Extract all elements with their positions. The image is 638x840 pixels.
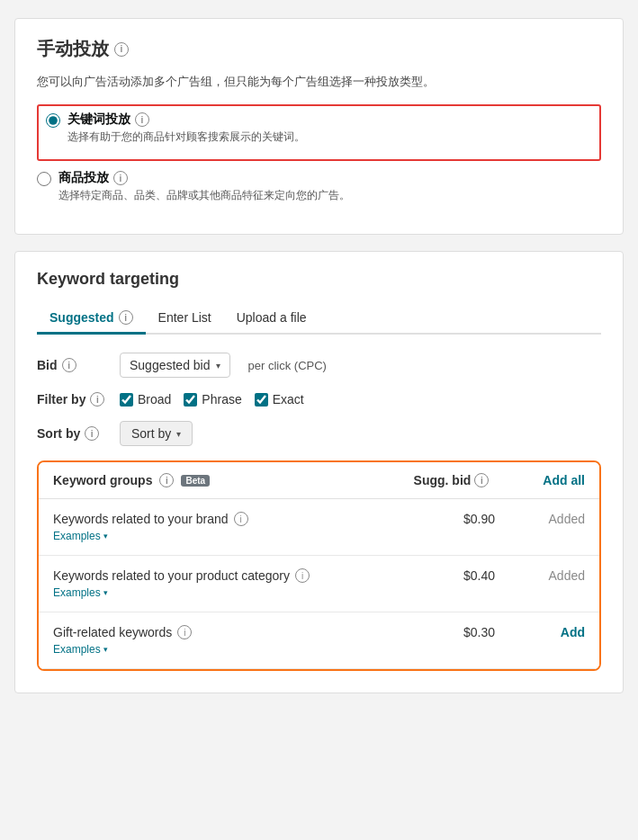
sort-info-icon[interactable]: i: [85, 426, 99, 441]
row2-info-icon[interactable]: i: [177, 625, 192, 639]
table-row: Gift-related keywords i $0.30 Add Exampl…: [39, 612, 599, 669]
kw-row-label-0: Keywords related to your brand i: [53, 512, 248, 526]
sugg-bid-label: Sugg. bid i: [414, 473, 490, 487]
filter-info-icon[interactable]: i: [90, 392, 104, 407]
kw-row-right-2: $0.30 Add: [450, 625, 585, 639]
phrase-checkbox-item[interactable]: Phrase: [184, 392, 241, 407]
kw-row-right-0: $0.90 Added: [450, 512, 585, 526]
kw-add-button-2[interactable]: Add: [540, 625, 585, 639]
card-title: 手动投放 i: [37, 37, 601, 61]
product-info-icon[interactable]: i: [113, 171, 128, 185]
groups-info-icon[interactable]: i: [159, 473, 174, 487]
keyword-targeting-label: 关键词投放 i: [67, 112, 305, 128]
table-row: Keywords related to your product categor…: [39, 556, 599, 612]
examples-arrow-1: ▾: [103, 588, 108, 597]
kw-card-title: Keyword targeting: [37, 270, 601, 289]
bid-row: Bid i Suggested bid ▾ per click (CPC): [37, 353, 601, 378]
kw-row-main-2: Gift-related keywords i $0.30 Add: [53, 625, 585, 639]
bid-info-icon[interactable]: i: [62, 358, 76, 372]
keyword-targeting-radio[interactable]: [46, 113, 60, 128]
keyword-tabs: Suggested i Enter List Upload a file: [37, 303, 601, 335]
keyword-targeting-card: Keyword targeting Suggested i Enter List…: [14, 251, 624, 693]
row1-info-icon[interactable]: i: [295, 568, 310, 583]
exact-checkbox[interactable]: [255, 393, 268, 407]
phrase-checkbox[interactable]: [184, 393, 197, 407]
keyword-groups-header: Keyword groups i Beta Sugg. bid i Add al…: [39, 462, 599, 499]
filter-by-label: Filter by i: [37, 392, 109, 407]
product-targeting-radio[interactable]: [37, 172, 51, 186]
bid-dropdown-arrow: ▾: [216, 361, 220, 371]
sugg-bid-info-icon[interactable]: i: [474, 473, 489, 487]
product-targeting-label: 商品投放 i: [58, 170, 350, 186]
table-row: Keywords related to your brand i $0.90 A…: [39, 499, 599, 556]
card-description: 您可以向广告活动添加多个广告组，但只能为每个广告组选择一种投放类型。: [37, 74, 601, 90]
add-all-button[interactable]: Add all: [543, 473, 585, 487]
keyword-groups-section: Keyword groups i Beta Sugg. bid i Add al…: [37, 460, 601, 671]
broad-checkbox[interactable]: [120, 393, 133, 407]
keyword-info-icon[interactable]: i: [135, 112, 149, 127]
kw-action-1: Added: [540, 568, 585, 583]
kw-row-main-1: Keywords related to your product categor…: [53, 568, 585, 583]
manual-targeting-card: 手动投放 i 您可以向广告活动添加多个广告组，但只能为每个广告组选择一种投放类型…: [14, 18, 624, 235]
kw-bid-0: $0.90: [450, 512, 495, 526]
tab-upload-file[interactable]: Upload a file: [224, 303, 319, 335]
title-info-icon[interactable]: i: [114, 42, 129, 57]
sort-dropdown[interactable]: Sort by ▾: [120, 421, 193, 446]
row0-info-icon[interactable]: i: [234, 512, 248, 526]
filter-by-row: Filter by i Broad Phrase Exact: [37, 392, 601, 407]
bid-label: Bid i: [37, 358, 109, 372]
exact-checkbox-item[interactable]: Exact: [255, 392, 304, 407]
kw-bid-2: $0.30: [450, 625, 495, 639]
keyword-targeting-option-highlighted: 关键词投放 i 选择有助于您的商品针对顾客搜索展示的关键词。: [37, 104, 601, 161]
examples-arrow-2: ▾: [103, 645, 108, 654]
examples-arrow-0: ▾: [103, 532, 108, 541]
product-targeting-radio-group: 商品投放 i 选择特定商品、品类、品牌或其他商品特征来定向您的广告。: [37, 170, 601, 203]
kw-row-label-1: Keywords related to your product categor…: [53, 568, 310, 583]
kw-row-right-1: $0.40 Added: [450, 568, 585, 583]
examples-toggle-0[interactable]: Examples ▾: [53, 530, 585, 542]
broad-checkbox-item[interactable]: Broad: [120, 392, 171, 407]
tab-enter-list[interactable]: Enter List: [146, 303, 224, 335]
card-title-text: 手动投放: [37, 37, 109, 61]
product-targeting-label-group: 商品投放 i 选择特定商品、品类、品牌或其他商品特征来定向您的广告。: [58, 170, 350, 203]
kw-action-0: Added: [540, 512, 585, 526]
sort-by-row: Sort by i Sort by ▾: [37, 421, 601, 446]
examples-toggle-1[interactable]: Examples ▾: [53, 586, 585, 599]
keyword-groups-header-left: Keyword groups i Beta: [53, 473, 210, 487]
beta-badge: Beta: [181, 475, 210, 487]
examples-toggle-2[interactable]: Examples ▾: [53, 643, 585, 656]
bid-dropdown[interactable]: Suggested bid ▾: [120, 353, 230, 378]
filter-checkbox-group: Broad Phrase Exact: [120, 392, 304, 407]
keyword-targeting-radio-group: 关键词投放 i 选择有助于您的商品针对顾客搜索展示的关键词。: [46, 112, 592, 145]
kw-bid-1: $0.40: [450, 568, 495, 583]
tab-suggested[interactable]: Suggested i: [37, 303, 146, 335]
keyword-targeting-sublabel: 选择有助于您的商品针对顾客搜索展示的关键词。: [67, 130, 305, 145]
suggested-tab-info-icon[interactable]: i: [119, 310, 133, 325]
keyword-groups-header-right: Sugg. bid i Add all: [414, 473, 585, 487]
product-targeting-sublabel: 选择特定商品、品类、品牌或其他商品特征来定向您的广告。: [58, 188, 350, 203]
kw-row-label-2: Gift-related keywords i: [53, 625, 192, 639]
per-click-label: per click (CPC): [248, 359, 327, 372]
keyword-targeting-label-group: 关键词投放 i 选择有助于您的商品针对顾客搜索展示的关键词。: [67, 112, 305, 145]
sort-by-label: Sort by i: [37, 426, 109, 441]
sort-dropdown-arrow: ▾: [176, 429, 181, 439]
kw-row-main-0: Keywords related to your brand i $0.90 A…: [53, 512, 585, 526]
